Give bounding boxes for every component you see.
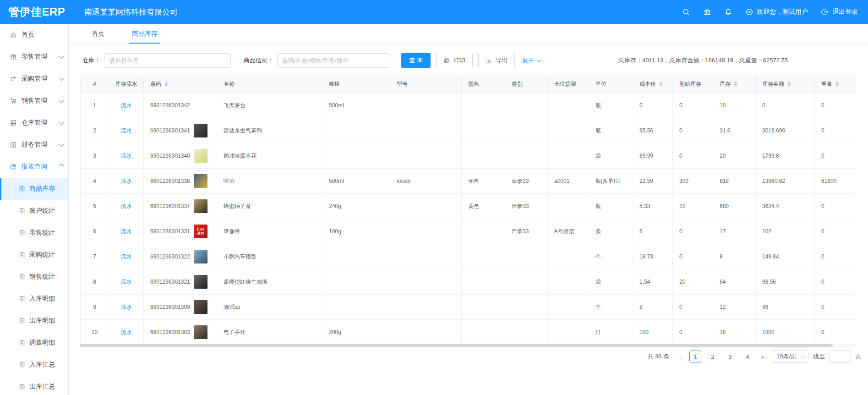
- cell-initial: 22: [673, 194, 713, 219]
- stock-flow-link[interactable]: 流水: [121, 102, 132, 110]
- column-header-weight[interactable]: 重量: [815, 75, 856, 93]
- cell-stock: 18: [713, 320, 756, 345]
- doc-icon: [19, 362, 25, 368]
- sidebar-subitem-4[interactable]: 销售统计: [0, 266, 68, 288]
- report-icon: [10, 163, 17, 170]
- bell-icon[interactable]: [724, 8, 732, 16]
- page-button-3[interactable]: 3: [724, 351, 736, 362]
- cell-flow: 流水: [109, 194, 144, 219]
- cell-shelf: [548, 269, 589, 294]
- sidebar-item-3[interactable]: 销售管理: [0, 90, 68, 112]
- product-search-input[interactable]: [277, 53, 389, 68]
- horizontal-scrollbar[interactable]: [80, 344, 856, 347]
- sidebar-subitem-9[interactable]: 出库汇总: [0, 376, 68, 395]
- sort-carets-icon[interactable]: [164, 81, 168, 87]
- chevron-down-icon: [59, 76, 64, 81]
- cell-amount: 149.84: [756, 244, 815, 269]
- cell-cost: 5.33: [633, 194, 673, 219]
- cell-color: [462, 118, 505, 143]
- sidebar-item-5[interactable]: 财务管理: [0, 134, 68, 156]
- cell-category: [505, 93, 548, 118]
- page-size-select[interactable]: 10条/页: [772, 350, 808, 363]
- user-welcome-menu[interactable]: 欢迎您，测试用户: [745, 8, 808, 16]
- stock-flow-link[interactable]: 流水: [121, 152, 132, 160]
- tab-home[interactable]: 首页: [89, 24, 107, 44]
- cell-flow: 流水: [109, 295, 144, 319]
- chevron-down-icon: [59, 142, 64, 147]
- search-button[interactable]: 查 询: [401, 53, 431, 68]
- cell-amount: 98.56: [756, 269, 815, 294]
- sidebar-subitem-3[interactable]: 采购统计: [0, 244, 68, 266]
- column-header-barcode[interactable]: 条码: [144, 75, 217, 93]
- cell-index: 3: [81, 143, 109, 168]
- sort-carets-icon[interactable]: [787, 81, 791, 87]
- cell-weight: 0: [815, 93, 856, 118]
- sidebar-subitem-0[interactable]: 商品库存: [0, 178, 68, 200]
- cell-index: 9: [81, 295, 109, 319]
- expand-toggle[interactable]: 展开: [522, 56, 540, 65]
- table-row: 9流水6901236301309测试sp个8012960: [81, 295, 856, 320]
- cell-weight: 0: [815, 244, 856, 269]
- warehouse-select-input[interactable]: [104, 53, 231, 68]
- page-button-1[interactable]: 1: [689, 351, 701, 362]
- sidebar-subitem-8[interactable]: 入库汇总: [0, 354, 68, 376]
- tab-product-inventory[interactable]: 商品库存: [129, 24, 160, 44]
- sort-carets-icon[interactable]: [734, 81, 737, 87]
- cell-stock: 618: [713, 169, 756, 193]
- export-button[interactable]: 导出: [478, 53, 515, 68]
- cell-initial: 0: [673, 219, 713, 244]
- stock-flow-link[interactable]: 流水: [121, 253, 132, 261]
- sort-carets-icon[interactable]: [659, 81, 663, 87]
- sidebar-subitem-1[interactable]: 账户统计: [0, 200, 68, 222]
- page-button-4[interactable]: 4: [742, 351, 753, 362]
- product-thumbnail: [194, 174, 207, 188]
- cell-shelf: [548, 194, 589, 219]
- sidebar-item-6[interactable]: 报表查询: [0, 156, 68, 178]
- print-button[interactable]: 打印: [436, 53, 473, 68]
- cell-barcode: 6901236301321: [144, 269, 217, 294]
- cell-stock: 31.6: [713, 118, 756, 143]
- prev-page-button[interactable]: ‹: [676, 353, 685, 361]
- column-header-amount[interactable]: 库存金额: [756, 75, 815, 93]
- product-thumbnail: [194, 275, 207, 289]
- stock-flow-link[interactable]: 流水: [121, 278, 132, 286]
- sidebar-item-0[interactable]: 首页: [0, 24, 68, 46]
- cell-unit: 瓶[多单位]: [589, 169, 633, 193]
- cell-name: 小鹏汽车模型: [217, 244, 322, 269]
- page-button-2[interactable]: 2: [707, 351, 719, 362]
- cell-amount: 96: [756, 295, 815, 319]
- sidebar-subitem-7[interactable]: 调拨明细: [0, 332, 68, 354]
- cell-shelf: [548, 295, 589, 319]
- sidebar-item-4[interactable]: 仓库管理: [0, 112, 68, 134]
- chevron-up-icon: [59, 164, 64, 169]
- cell-flow: 流水: [109, 269, 144, 294]
- stock-flow-link[interactable]: 流水: [121, 303, 132, 311]
- sidebar-item-1[interactable]: 零售管理: [0, 46, 68, 68]
- jump-page-input[interactable]: [830, 350, 851, 363]
- sort-carets-icon[interactable]: [835, 81, 839, 87]
- column-header-spec: 规格: [322, 75, 390, 93]
- sidebar-subitem-5[interactable]: 入库明细: [0, 288, 68, 310]
- cell-stock: 10: [713, 93, 756, 118]
- download-icon: [486, 57, 492, 64]
- sidebar-item-2[interactable]: 采购管理: [0, 68, 68, 90]
- stock-flow-link[interactable]: 流水: [121, 177, 132, 185]
- stock-flow-link[interactable]: 流水: [121, 228, 132, 236]
- column-header-stock[interactable]: 库存: [713, 75, 756, 93]
- stock-flow-link[interactable]: 流水: [121, 329, 132, 336]
- cell-unit: 瓶: [589, 118, 633, 143]
- sidebar-subitem-2[interactable]: 零售统计: [0, 222, 68, 244]
- company-name: 南通某某网络科技有限公司: [84, 7, 178, 17]
- bank-icon[interactable]: [703, 8, 711, 16]
- stock-flow-link[interactable]: 流水: [121, 203, 132, 210]
- logout-button[interactable]: 退出登录: [821, 8, 858, 16]
- column-header-cost[interactable]: 成本价: [633, 75, 673, 93]
- next-page-button[interactable]: ›: [758, 353, 767, 361]
- sidebar-subitem-6[interactable]: 出库明细: [0, 310, 68, 332]
- cell-category: [505, 118, 548, 143]
- scrollbar-thumb[interactable]: [80, 344, 833, 347]
- finance-icon: [10, 141, 17, 148]
- stock-flow-link[interactable]: 流水: [121, 127, 132, 135]
- cell-unit: 瓶: [589, 93, 633, 118]
- search-icon[interactable]: [682, 8, 690, 16]
